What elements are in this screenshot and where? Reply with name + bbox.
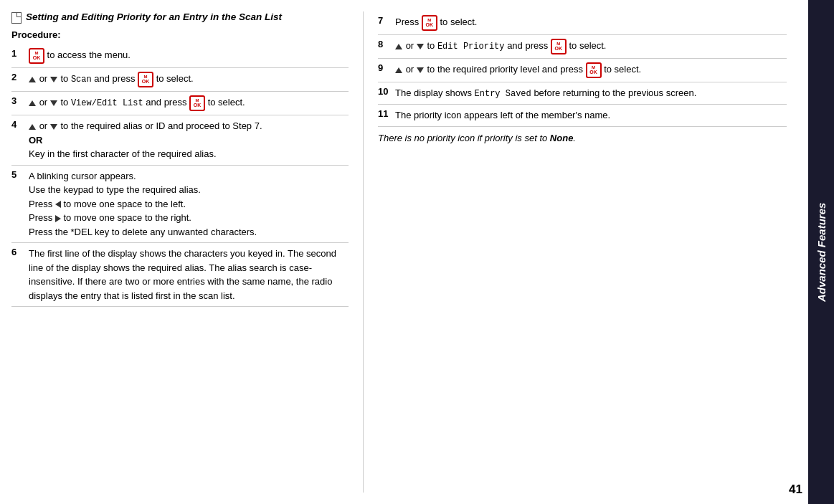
step-7-num: 7 [378, 15, 391, 26]
step-1-content: MOK to access the menu. [29, 48, 349, 64]
arrow-up-icon-4 [29, 124, 36, 130]
step-10-content: The display shows Entry Saved before ret… [395, 86, 787, 100]
arrow-left-icon-5 [55, 201, 61, 208]
step-6-num: 6 [11, 247, 24, 257]
ok-button-step9: MOK [586, 62, 602, 78]
procedure-label: Procedure: [11, 29, 349, 40]
step-5-content: A blinking cursor appears. Use the keypa… [29, 169, 349, 239]
step-11-row: 11 The priority icon appears left of the… [378, 105, 787, 127]
arrow-up-icon-3 [29, 100, 36, 106]
ok-button-step2: MOK [138, 72, 153, 87]
step-1-num: 1 [11, 48, 24, 59]
arrow-up-icon-9 [395, 67, 402, 73]
note-text: There is no priority icon if priority is… [378, 133, 787, 143]
ok-button-step8: MOK [551, 39, 567, 54]
section-title-text: Setting and Editing Priority for an Entr… [26, 11, 282, 22]
section-title: Setting and Editing Priority for an Entr… [11, 11, 349, 24]
arrow-right-icon-5 [55, 215, 61, 222]
sidebar-label: Advanced Features [808, 0, 834, 504]
arrow-down-icon-4 [50, 124, 57, 130]
ok-button-step7: MOK [422, 15, 437, 31]
arrow-up-icon-2 [29, 77, 36, 82]
step-3-row: 3 or to View/Edit List and press MOK to … [11, 92, 349, 115]
step-8-row: 8 or to Edit Priority and press MOK to s… [378, 35, 787, 59]
right-column: 7 Press MOK to select. 8 or to Edit Prio… [363, 11, 801, 493]
arrow-down-icon-2 [50, 77, 57, 82]
page-wrapper: Setting and Editing Priority for an Entr… [0, 0, 808, 504]
step-9-row: 9 or to the required priority level and … [378, 59, 787, 82]
step-3-content: or to View/Edit List and press MOK to se… [29, 95, 349, 111]
step-9-content: or to the required priority level and pr… [395, 62, 787, 78]
step-6-content: The first line of the display shows the … [29, 247, 349, 303]
step-10-row: 10 The display shows Entry Saved before … [378, 82, 787, 105]
step-2-content: or to Scan and press MOK to select. [29, 72, 349, 87]
step-7-row: 7 Press MOK to select. [378, 11, 787, 35]
arrow-down-icon-3 [50, 100, 57, 106]
arrow-up-icon-8 [395, 44, 402, 49]
step-7-content: Press MOK to select. [395, 15, 787, 31]
step-5-row: 5 A blinking cursor appears. Use the key… [11, 166, 349, 244]
document-icon [11, 12, 22, 24]
step-8-num: 8 [378, 39, 391, 49]
step-4-content: or to the required alias or ID and proce… [29, 119, 349, 161]
ok-button-step3: MOK [189, 95, 205, 111]
step-10-num: 10 [378, 86, 391, 97]
arrow-down-icon-9 [417, 67, 424, 73]
step-9-num: 9 [378, 62, 391, 73]
columns-wrapper: Setting and Editing Priority for an Entr… [11, 11, 801, 493]
arrow-down-icon-8 [417, 44, 424, 49]
step-2-row: 2 or to Scan and press MOK to select. [11, 68, 349, 92]
step-3-num: 3 [11, 95, 24, 106]
step-5-num: 5 [11, 169, 24, 180]
step-11-num: 11 [378, 108, 391, 119]
step-6-row: 6 The first line of the display shows th… [11, 243, 349, 307]
step-11-content: The priority icon appears left of the me… [395, 108, 787, 123]
step-8-content: or to Edit Priority and press MOK to sel… [395, 39, 787, 54]
step-1-row: 1 MOK to access the menu. [11, 44, 349, 68]
step-4-row: 4 or to the required alias or ID and pro… [11, 115, 349, 166]
step-2-num: 2 [11, 72, 24, 82]
page-number: 41 [789, 482, 802, 497]
step-4-num: 4 [11, 119, 24, 130]
ok-button-step1: MOK [29, 48, 44, 64]
left-column: Setting and Editing Priority for an Entr… [11, 11, 363, 493]
